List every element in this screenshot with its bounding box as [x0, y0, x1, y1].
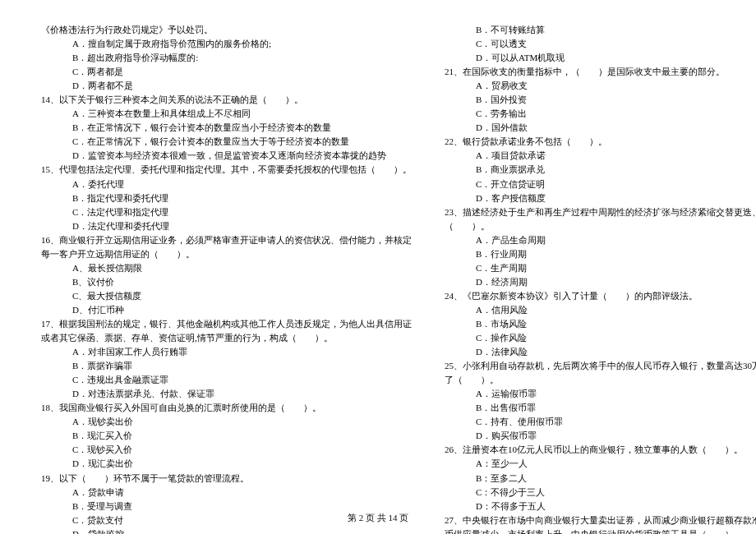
- answer-option: D．法律风险: [445, 345, 756, 359]
- answer-option: A．擅自制定属于政府指导价范围内的服务价格的;: [41, 37, 412, 51]
- answer-option: A．三种资本在数量上和具体组成上不尽相同: [41, 107, 412, 121]
- text-line: 《价格违法行为行政处罚规定》予以处罚。: [41, 23, 412, 37]
- question-stem: 26、注册资本在10亿元人民币以上的商业银行，独立董事的人数（ ）。: [445, 443, 756, 457]
- answer-option: B．不可转账结算: [445, 23, 756, 37]
- answer-option: A．项目贷款承诺: [445, 149, 756, 163]
- answer-option: C．开立信贷证明: [445, 177, 756, 191]
- question-stem: 19、以下（ ）环节不属于一笔贷款的管理流程。: [41, 472, 412, 486]
- answer-option: C．生产周期: [445, 261, 756, 275]
- answer-option: D．对违法票据承兑、付款、保证罪: [41, 387, 412, 401]
- answer-option: C．违规出具金融票证罪: [41, 373, 412, 387]
- answer-option: C．劳务输出: [445, 107, 756, 121]
- answer-option: C．操作风险: [445, 331, 756, 345]
- question-stem: 了（ ）。: [445, 373, 756, 387]
- answer-option: C．持有、使用假币罪: [445, 415, 756, 429]
- answer-option: D、付汇币种: [41, 303, 412, 317]
- question-stem: 25、小张利用自动存款机，先后两次将手中的假人民币存入银行，数量高达30万余元，…: [445, 359, 756, 373]
- right-column: B．不可转账结算C．可以透支D．可以从ATM机取现21、在国际收支的衡量指标中，…: [445, 23, 756, 534]
- answer-option: A、最长授信期限: [41, 261, 412, 275]
- answer-option: B．超出政府指导价浮动幅度的:: [41, 51, 412, 65]
- question-stem: 21、在国际收支的衡量指标中，（ ）是国际收支中最主要的部分。: [445, 65, 756, 79]
- question-stem: 18、我国商业银行买入外国可自由兑换的汇票时所使用的是（ ）。: [41, 401, 412, 415]
- answer-option: A．对非国家工作人员行贿罪: [41, 345, 412, 359]
- page-footer: 第 2 页 共 14 页: [0, 512, 756, 524]
- answer-option: A：至少一人: [445, 457, 756, 471]
- answer-option: D．贷款监控: [41, 527, 412, 534]
- answer-option: C．现钞买入价: [41, 443, 412, 457]
- answer-option: D．可以从ATM机取现: [445, 51, 756, 65]
- answer-option: A．运输假币罪: [445, 387, 756, 401]
- left-column: 《价格违法行为行政处罚规定》予以处罚。A．擅自制定属于政府指导价范围内的服务价格…: [41, 23, 412, 534]
- answer-option: D．两者都不是: [41, 79, 412, 93]
- answer-option: A．现钞卖出价: [41, 415, 412, 429]
- answer-option: B．在正常情况下，银行会计资本的数量应当小于经济资本的数量: [41, 121, 412, 135]
- question-stem: 每一客户开立远期信用证的（ ）。: [41, 247, 412, 261]
- answer-option: C．在正常情况下，银行会计资本的数量应当大于等于经济资本的数量: [41, 135, 412, 149]
- answer-option: B．行业周期: [445, 247, 756, 261]
- answer-option: A．委托代理: [41, 177, 412, 191]
- answer-option: B．票据诈骗罪: [41, 359, 412, 373]
- answer-option: D．监管资本与经济资本很难一致，但是监管资本又逐渐向经济资本靠拢的趋势: [41, 149, 412, 163]
- answer-option: C：不得少于三人: [445, 486, 756, 499]
- answer-option: A．信用风险: [445, 303, 756, 317]
- answer-option: D．经济周期: [445, 275, 756, 289]
- answer-option: B．国外投资: [445, 93, 756, 107]
- question-stem: 或者其它保函、票据、存单、资信证明,情节严重的行为，构成（ ）。: [41, 331, 412, 345]
- answer-option: D．国外借款: [445, 121, 756, 135]
- answer-option: B、议付价: [41, 275, 412, 289]
- answer-option: B．市场风险: [445, 317, 756, 331]
- question-stem: 23、描述经济处于生产和再生产过程中周期性的经济扩张与经济紧缩交替更迭、循环的概…: [445, 205, 756, 219]
- question-stem: 17、根据我国刑法的规定，银行、其他金融机构或其他工作人员违反规定，为他人出具信…: [41, 317, 412, 331]
- question-stem: 24、《巴塞尔新资本协议》引入了计量（ ）的内部评级法。: [445, 289, 756, 303]
- answer-option: D．购买假币罪: [445, 429, 756, 443]
- answer-option: A．产品生命周期: [445, 233, 756, 247]
- answer-option: A．贷款申请: [41, 486, 412, 499]
- answer-option: B．出售假币罪: [445, 401, 756, 415]
- question-stem: （ ）。: [445, 219, 756, 233]
- answer-option: C．可以透支: [445, 37, 756, 51]
- question-stem: 14、以下关于银行三种资本之间关系的说法不正确的是（ ）。: [41, 93, 412, 107]
- answer-option: A．贸易收支: [445, 79, 756, 93]
- answer-option: D．客户授信额度: [445, 191, 756, 205]
- question-stem: 币供应量减少、市场利率上升，中央银行动用的货币政策工具是（ ）。: [445, 527, 756, 534]
- answer-option: D．法定代理和委托代理: [41, 219, 412, 233]
- answer-option: C．两者都是: [41, 65, 412, 79]
- answer-option: C、最大授信额度: [41, 289, 412, 303]
- answer-option: B：至多二人: [445, 472, 756, 486]
- question-stem: 16、商业银行开立远期信用证业务，必须严格审查开证申请人的资信状况、偿付能力，并…: [41, 233, 412, 247]
- question-stem: 15、代理包括法定代理、委托代理和指定代理。其中，不需要委托授权的代理包括（ ）…: [41, 163, 412, 177]
- answer-option: D．现汇卖出价: [41, 457, 412, 471]
- answer-option: B．商业票据承兑: [445, 163, 756, 177]
- answer-option: B．指定代理和委托代理: [41, 191, 412, 205]
- two-column-layout: 《价格违法行为行政处罚规定》予以处罚。A．擅自制定属于政府指导价范围内的服务价格…: [41, 23, 715, 534]
- question-stem: 22、银行贷款承诺业务不包括（ ）。: [445, 135, 756, 149]
- answer-option: B．现汇买入价: [41, 429, 412, 443]
- answer-option: C．法定代理和指定代理: [41, 205, 412, 219]
